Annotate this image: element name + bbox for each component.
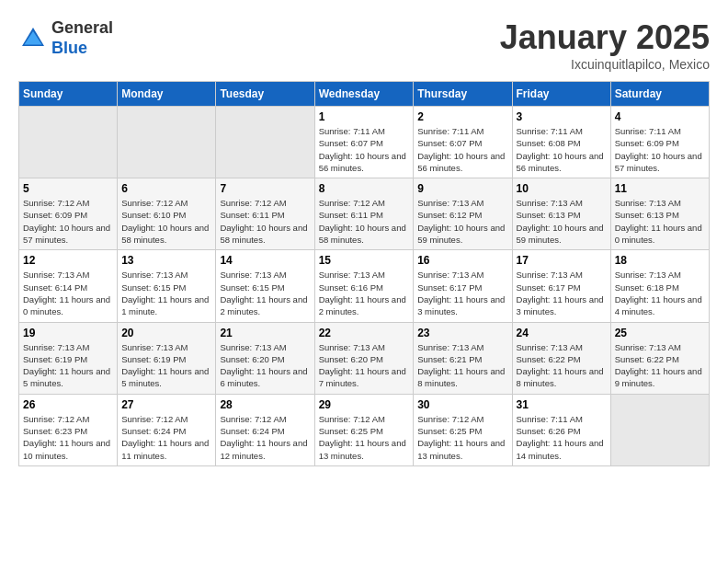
table-row: 14Sunrise: 7:13 AMSunset: 6:15 PMDayligh… — [216, 250, 314, 322]
day-number: 16 — [417, 254, 507, 267]
day-info: Sunrise: 7:12 AMSunset: 6:24 PMDaylight:… — [121, 413, 211, 462]
logo-blue: Blue — [51, 39, 113, 59]
table-row: 4Sunrise: 7:11 AMSunset: 6:09 PMDaylight… — [610, 107, 709, 178]
table-row: 6Sunrise: 7:12 AMSunset: 6:10 PMDaylight… — [118, 178, 216, 250]
table-row: 26Sunrise: 7:12 AMSunset: 6:23 PMDayligh… — [19, 394, 118, 465]
header-saturday: Saturday — [610, 82, 709, 107]
table-row: 17Sunrise: 7:13 AMSunset: 6:17 PMDayligh… — [512, 250, 610, 322]
day-info: Sunrise: 7:12 AMSunset: 6:11 PMDaylight:… — [220, 197, 310, 246]
day-number: 9 — [417, 182, 507, 195]
week-row-3: 12Sunrise: 7:13 AMSunset: 6:14 PMDayligh… — [19, 250, 710, 322]
day-number: 12 — [23, 254, 113, 267]
day-number: 20 — [121, 327, 211, 339]
logo: General Blue — [18, 18, 113, 58]
day-number: 28 — [220, 398, 310, 411]
header-thursday: Thursday — [414, 82, 512, 107]
day-info: Sunrise: 7:13 AMSunset: 6:22 PMDaylight:… — [517, 341, 607, 390]
day-info: Sunrise: 7:11 AMSunset: 6:07 PMDaylight:… — [319, 125, 410, 174]
table-row: 23Sunrise: 7:13 AMSunset: 6:21 PMDayligh… — [414, 322, 512, 394]
day-info: Sunrise: 7:13 AMSunset: 6:20 PMDaylight:… — [220, 341, 310, 390]
day-info: Sunrise: 7:12 AMSunset: 6:25 PMDaylight:… — [319, 413, 410, 462]
day-number: 29 — [319, 398, 410, 411]
day-info: Sunrise: 7:13 AMSunset: 6:17 PMDaylight:… — [517, 269, 607, 317]
table-row: 10Sunrise: 7:13 AMSunset: 6:13 PMDayligh… — [512, 178, 610, 250]
table-row — [19, 107, 118, 178]
title-block: January 2025 Ixcuinquitlapilco, Mexico — [500, 18, 710, 72]
table-row — [118, 107, 216, 178]
day-number: 8 — [319, 182, 410, 195]
day-info: Sunrise: 7:13 AMSunset: 6:13 PMDaylight:… — [517, 197, 607, 246]
day-number: 1 — [319, 110, 410, 123]
day-number: 5 — [23, 182, 113, 195]
table-row: 7Sunrise: 7:12 AMSunset: 6:11 PMDaylight… — [216, 178, 314, 250]
table-row: 18Sunrise: 7:13 AMSunset: 6:18 PMDayligh… — [610, 250, 709, 322]
week-row-2: 5Sunrise: 7:12 AMSunset: 6:09 PMDaylight… — [19, 178, 710, 250]
calendar-table: Sunday Monday Tuesday Wednesday Thursday… — [18, 81, 710, 466]
day-number: 13 — [121, 254, 211, 267]
table-row: 13Sunrise: 7:13 AMSunset: 6:15 PMDayligh… — [118, 250, 216, 322]
table-row: 3Sunrise: 7:11 AMSunset: 6:08 PMDaylight… — [512, 107, 610, 178]
day-info: Sunrise: 7:13 AMSunset: 6:17 PMDaylight:… — [417, 269, 507, 317]
table-row: 28Sunrise: 7:12 AMSunset: 6:24 PMDayligh… — [216, 394, 314, 465]
header-friday: Friday — [512, 82, 610, 107]
day-info: Sunrise: 7:13 AMSunset: 6:13 PMDaylight:… — [615, 197, 705, 246]
day-info: Sunrise: 7:13 AMSunset: 6:22 PMDaylight:… — [615, 341, 705, 390]
day-number: 21 — [220, 327, 310, 339]
day-info: Sunrise: 7:12 AMSunset: 6:23 PMDaylight:… — [23, 413, 113, 462]
table-row: 30Sunrise: 7:12 AMSunset: 6:25 PMDayligh… — [414, 394, 512, 465]
day-number: 25 — [615, 327, 705, 339]
day-info: Sunrise: 7:11 AMSunset: 6:26 PMDaylight:… — [517, 413, 607, 462]
day-info: Sunrise: 7:13 AMSunset: 6:14 PMDaylight:… — [23, 269, 113, 317]
table-row: 29Sunrise: 7:12 AMSunset: 6:25 PMDayligh… — [314, 394, 414, 465]
week-row-1: 1Sunrise: 7:11 AMSunset: 6:07 PMDaylight… — [19, 107, 710, 178]
day-number: 7 — [220, 182, 310, 195]
day-number: 27 — [121, 398, 211, 411]
logo-text: General Blue — [51, 18, 113, 58]
day-number: 6 — [121, 182, 211, 195]
day-number: 24 — [517, 327, 607, 339]
day-info: Sunrise: 7:13 AMSunset: 6:15 PMDaylight:… — [220, 269, 310, 317]
table-row: 15Sunrise: 7:13 AMSunset: 6:16 PMDayligh… — [314, 250, 414, 322]
table-row: 5Sunrise: 7:12 AMSunset: 6:09 PMDaylight… — [19, 178, 118, 250]
day-info: Sunrise: 7:11 AMSunset: 6:08 PMDaylight:… — [517, 125, 607, 174]
table-row: 8Sunrise: 7:12 AMSunset: 6:11 PMDaylight… — [314, 178, 414, 250]
table-row: 22Sunrise: 7:13 AMSunset: 6:20 PMDayligh… — [314, 322, 414, 394]
table-row: 21Sunrise: 7:13 AMSunset: 6:20 PMDayligh… — [216, 322, 314, 394]
header-monday: Monday — [118, 82, 216, 107]
day-info: Sunrise: 7:13 AMSunset: 6:12 PMDaylight:… — [417, 197, 507, 246]
table-row: 25Sunrise: 7:13 AMSunset: 6:22 PMDayligh… — [610, 322, 709, 394]
day-info: Sunrise: 7:13 AMSunset: 6:18 PMDaylight:… — [615, 269, 705, 317]
day-number: 17 — [517, 254, 607, 267]
day-number: 3 — [517, 110, 607, 123]
location-subtitle: Ixcuinquitlapilco, Mexico — [500, 57, 710, 72]
day-info: Sunrise: 7:12 AMSunset: 6:24 PMDaylight:… — [220, 413, 310, 462]
day-info: Sunrise: 7:11 AMSunset: 6:07 PMDaylight:… — [417, 125, 507, 174]
day-info: Sunrise: 7:12 AMSunset: 6:11 PMDaylight:… — [319, 197, 410, 246]
day-info: Sunrise: 7:13 AMSunset: 6:16 PMDaylight:… — [319, 269, 410, 317]
day-info: Sunrise: 7:13 AMSunset: 6:15 PMDaylight:… — [121, 269, 211, 317]
day-number: 23 — [417, 327, 507, 339]
day-info: Sunrise: 7:12 AMSunset: 6:25 PMDaylight:… — [417, 413, 507, 462]
logo-general: General — [51, 18, 113, 39]
logo-icon — [18, 24, 48, 53]
header-sunday: Sunday — [19, 82, 118, 107]
table-row: 27Sunrise: 7:12 AMSunset: 6:24 PMDayligh… — [118, 394, 216, 465]
table-row: 31Sunrise: 7:11 AMSunset: 6:26 PMDayligh… — [512, 394, 610, 465]
week-row-4: 19Sunrise: 7:13 AMSunset: 6:19 PMDayligh… — [19, 322, 710, 394]
day-number: 10 — [517, 182, 607, 195]
table-row: 9Sunrise: 7:13 AMSunset: 6:12 PMDaylight… — [414, 178, 512, 250]
table-row: 11Sunrise: 7:13 AMSunset: 6:13 PMDayligh… — [610, 178, 709, 250]
table-row — [216, 107, 314, 178]
day-info: Sunrise: 7:13 AMSunset: 6:19 PMDaylight:… — [23, 341, 113, 390]
page-header: General Blue January 2025 Ixcuinquitlapi… — [18, 18, 710, 72]
day-info: Sunrise: 7:12 AMSunset: 6:09 PMDaylight:… — [23, 197, 113, 246]
header-wednesday: Wednesday — [314, 82, 414, 107]
table-row — [610, 394, 709, 465]
table-row: 2Sunrise: 7:11 AMSunset: 6:07 PMDaylight… — [414, 107, 512, 178]
weekday-header-row: Sunday Monday Tuesday Wednesday Thursday… — [19, 82, 710, 107]
day-number: 14 — [220, 254, 310, 267]
day-info: Sunrise: 7:13 AMSunset: 6:20 PMDaylight:… — [319, 341, 410, 390]
day-number: 11 — [615, 182, 705, 195]
day-number: 19 — [23, 327, 113, 339]
day-info: Sunrise: 7:13 AMSunset: 6:21 PMDaylight:… — [417, 341, 507, 390]
